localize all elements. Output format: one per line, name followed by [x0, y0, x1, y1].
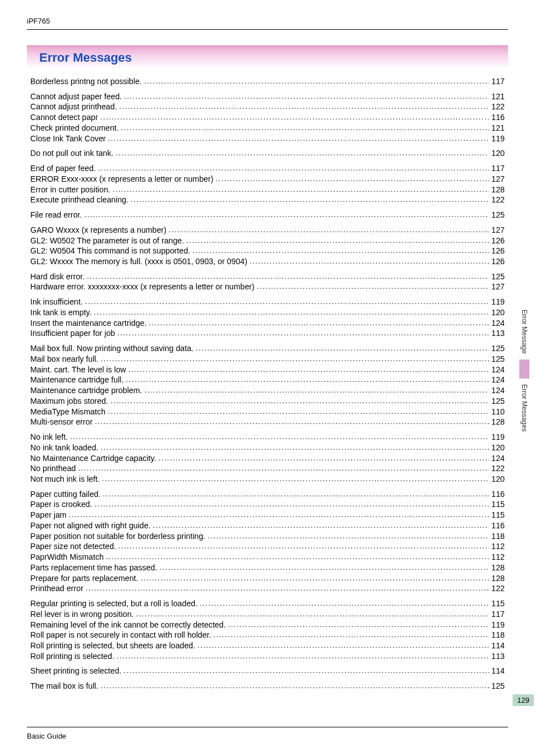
toc-leader: ........................................…	[124, 91, 489, 101]
toc-page: 119	[491, 620, 505, 630]
toc-page: 125	[491, 271, 505, 282]
toc-row[interactable]: ERROR Exxx-xxxx (x represents a letter o…	[30, 174, 505, 185]
toc-row[interactable]: Check printed document..................…	[30, 123, 505, 133]
toc-label: End of paper feed.	[30, 163, 96, 174]
toc-row[interactable]: Paper jam...............................…	[30, 510, 505, 520]
toc-row[interactable]: The mail box is full....................…	[30, 681, 505, 692]
toc-row[interactable]: Paper cutting failed....................…	[30, 489, 505, 500]
toc-row[interactable]: Maximum jobs stored.....................…	[30, 396, 505, 407]
toc-row[interactable]: Hard disk error.........................…	[30, 271, 505, 282]
toc-page: 125	[491, 354, 505, 365]
toc-leader: ........................................…	[200, 598, 489, 608]
toc-page: 127	[491, 174, 505, 185]
toc-row[interactable]: MediaType Mismatch......................…	[30, 407, 505, 417]
toc-block: Paper cutting failed....................…	[30, 489, 505, 594]
toc-leader: ........................................…	[102, 474, 490, 483]
toc-page: 117	[491, 163, 505, 174]
toc-row[interactable]: Paper is crooked........................…	[30, 499, 505, 510]
header: iPF765	[27, 16, 508, 26]
toc-leader: ........................................…	[116, 148, 489, 158]
toc-label: Close Ink Tank Cover	[30, 133, 106, 144]
toc-page: 126	[491, 246, 505, 256]
toc-leader: ........................................…	[153, 520, 490, 530]
toc-page: 124	[491, 375, 505, 385]
toc-leader: ........................................…	[100, 354, 489, 363]
side-tab-chapter: Error Message	[520, 308, 528, 355]
toc-row[interactable]: GL2: Wxxxx The memory is full. (xxxx is …	[30, 256, 505, 267]
toc-leader: ........................................…	[145, 385, 490, 395]
toc-block: End of paper feed.......................…	[30, 163, 505, 205]
toc-row[interactable]: GL2: W0502 The parameter is out of range…	[30, 236, 505, 246]
toc-row[interactable]: Paper size not detected.................…	[30, 541, 505, 552]
toc-row[interactable]: Cannot adjust paper feed................…	[30, 91, 505, 102]
toc-row[interactable]: Rel lever is in wrong position..........…	[30, 609, 505, 620]
toc-row[interactable]: Borderless printng not possible.........…	[30, 76, 505, 87]
toc-row[interactable]: End of paper feed.......................…	[30, 163, 505, 174]
toc-row[interactable]: Insert the maintenance cartridge........…	[30, 318, 505, 329]
toc-row[interactable]: Maint. cart. The level is low...........…	[30, 365, 505, 375]
toc-row[interactable]: Sheet printing is selected..............…	[30, 666, 505, 676]
toc-leader: ........................................…	[85, 297, 490, 306]
toc-page: 116	[491, 112, 505, 123]
toc-row[interactable]: File read error.........................…	[30, 210, 505, 220]
toc-leader: ........................................…	[108, 133, 490, 143]
toc-label: GL2: W0504 This command is not supported…	[30, 246, 190, 256]
toc-row[interactable]: PaprWidth Mismatch......................…	[30, 552, 505, 563]
toc-label: Paper position not suitable for borderle…	[30, 531, 205, 542]
toc-row[interactable]: Hardware error. xxxxxxxx-xxxx (x represe…	[30, 282, 505, 292]
section-title-band: Error Messages	[27, 45, 508, 68]
toc-label: Not much ink is left.	[30, 474, 100, 485]
toc-row[interactable]: Regular printing is selected, but a roll…	[30, 598, 505, 609]
toc-label: Cannot adjust paper feed.	[30, 91, 122, 102]
toc-row[interactable]: GARO Wxxxx (x represents a number)......…	[30, 225, 505, 236]
toc-page: 127	[491, 282, 505, 292]
toc-row[interactable]: No ink tank loaded......................…	[30, 442, 505, 453]
toc-page: 120	[491, 442, 505, 453]
toc-block: Hard disk error.........................…	[30, 271, 505, 292]
toc-row[interactable]: Remaining level of the ink cannot be cor…	[30, 620, 505, 630]
toc-row[interactable]: No ink left.............................…	[30, 432, 505, 442]
toc-leader: ........................................…	[250, 256, 489, 266]
toc-leader: ........................................…	[144, 76, 490, 86]
toc-row[interactable]: Execute printhead cleaning..............…	[30, 195, 505, 205]
toc-label: MediaType Mismatch	[30, 407, 105, 417]
toc-leader: ........................................…	[100, 681, 489, 690]
toc-page: 128	[491, 417, 505, 427]
toc-page: 113	[491, 651, 505, 662]
toc-row[interactable]: Parts replacement time has passed.......…	[30, 563, 505, 573]
toc-row[interactable]: Paper position not suitable for borderle…	[30, 531, 505, 542]
toc-row[interactable]: No printhead............................…	[30, 463, 505, 474]
toc-row[interactable]: Not much ink is left....................…	[30, 474, 505, 485]
toc-label: Sheet printing is selected.	[30, 666, 121, 676]
toc-row[interactable]: Multi-sensor error......................…	[30, 417, 505, 427]
toc-row[interactable]: Error in cutter position................…	[30, 185, 505, 195]
footer-text: Basic Guide	[27, 732, 66, 740]
toc-row[interactable]: Maintenance cartridge full..............…	[30, 375, 505, 385]
toc-page: 120	[491, 307, 505, 318]
toc-row[interactable]: Do not pull out ink tank................…	[30, 148, 505, 159]
toc-row[interactable]: Roll printing is selected...............…	[30, 651, 505, 662]
toc-page: 117	[491, 609, 505, 620]
toc-row[interactable]: Cannot detect papr......................…	[30, 112, 505, 123]
toc-label: Cannot adjust printhead.	[30, 102, 117, 112]
toc-row[interactable]: Paper not aligned with right guide......…	[30, 520, 505, 531]
toc-row[interactable]: Mail box nearly full....................…	[30, 354, 505, 365]
toc-row[interactable]: Maintenance cartridge problem...........…	[30, 385, 505, 396]
toc-row[interactable]: Printhead error.........................…	[30, 583, 505, 594]
toc-row[interactable]: Prepare for parts replacement...........…	[30, 573, 505, 584]
toc-row[interactable]: GL2: W0504 This command is not supported…	[30, 246, 505, 256]
toc-row[interactable]: Roll printing is selected, but sheets ar…	[30, 640, 505, 651]
toc-page: 113	[491, 328, 505, 339]
toc-row[interactable]: No Maintenance Cartridge capacity.......…	[30, 453, 505, 464]
toc-row[interactable]: Mail box full. Now printing without savi…	[30, 343, 505, 354]
toc-label: Cannot detect papr	[30, 112, 98, 123]
toc-row[interactable]: Cannot adjust printhead.................…	[30, 102, 505, 112]
toc-row[interactable]: Ink insufficient........................…	[30, 297, 505, 307]
toc-page: 124	[491, 365, 505, 375]
toc-row[interactable]: Roll paper is not securely in contact wi…	[30, 630, 505, 640]
toc-label: No Maintenance Cartridge capacity.	[30, 453, 156, 464]
toc-row[interactable]: Insufficient paper for job..............…	[30, 328, 505, 339]
toc-row[interactable]: Close Ink Tank Cover....................…	[30, 133, 505, 144]
toc-row[interactable]: Ink tank is empty.......................…	[30, 307, 505, 318]
toc-label: Regular printing is selected, but a roll…	[30, 598, 197, 609]
